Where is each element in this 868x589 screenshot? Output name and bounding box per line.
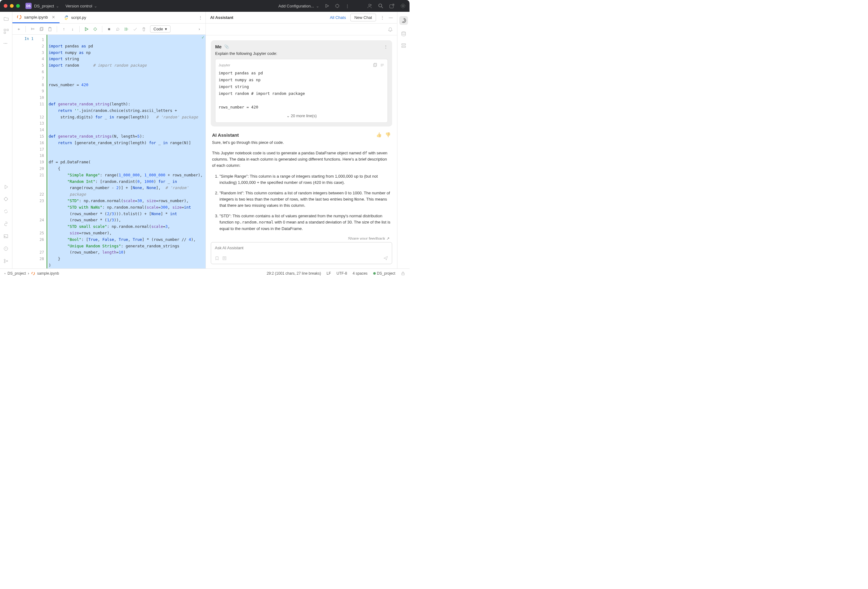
copy-button[interactable]	[37, 25, 45, 33]
more-icon[interactable]: ⋮	[380, 15, 384, 20]
assistant-paragraph: This Jupyter notebook code is used to ge…	[212, 150, 391, 169]
cursor-position[interactable]: 29:2 (1001 chars, 27 line breaks)	[267, 271, 321, 276]
layers-tool-icon[interactable]	[401, 43, 406, 48]
editor-area: sample.ipynb ✕ script.py ⋮ ＋ ✄ ↑ ↓ ■	[12, 12, 206, 269]
search-icon[interactable]	[378, 3, 384, 9]
version-control-menu[interactable]: Version control ⌄	[65, 4, 97, 8]
clear-output-button[interactable]	[131, 25, 139, 33]
more-icon[interactable]: ⋮	[384, 44, 388, 49]
code-with-me-icon[interactable]	[367, 3, 372, 9]
run-all-button[interactable]	[123, 25, 130, 33]
chevron-down-icon: ⌄	[56, 4, 59, 8]
new-chat-button[interactable]: New Chat	[350, 14, 376, 21]
context-icon[interactable]	[222, 256, 227, 260]
bookmark-icon[interactable]	[215, 256, 219, 260]
notebook-toolbar: ＋ ✄ ↑ ↓ ■ Code ▾ ›	[12, 24, 205, 35]
tab-label: script.py	[71, 15, 86, 20]
user-label: Me	[215, 44, 221, 49]
assistant-intro: Sure, let's go through this piece of cod…	[212, 140, 391, 146]
tab-label: sample.ipynb	[24, 15, 48, 19]
terminal-icon[interactable]	[3, 234, 9, 239]
assistant-label: AI Assistant	[212, 132, 239, 138]
send-icon[interactable]	[383, 256, 388, 261]
copy-code-icon[interactable]	[373, 63, 377, 67]
paste-button[interactable]	[46, 25, 54, 33]
move-down-button[interactable]: ↓	[69, 25, 76, 33]
python-console-icon[interactable]	[3, 221, 9, 227]
insert-code-icon[interactable]	[380, 63, 384, 67]
line-separator[interactable]: LF	[327, 271, 331, 276]
restart-button[interactable]	[114, 25, 121, 33]
settings-icon[interactable]	[400, 3, 406, 9]
svg-rect-6	[7, 29, 8, 31]
maximize-window[interactable]	[16, 4, 20, 8]
tab-script-py[interactable]: script.py	[59, 12, 90, 23]
notifications-icon[interactable]	[388, 27, 393, 32]
delete-cell-button[interactable]	[140, 25, 148, 33]
cell-type-selector[interactable]: Code ▾	[150, 25, 170, 32]
user-message: Me 📎 ⋮ Explain the following Jupyter cod…	[211, 40, 392, 127]
indent[interactable]: 4 spaces	[353, 271, 368, 276]
problems-icon[interactable]	[3, 246, 9, 252]
breadcrumb[interactable]: ▫DS_project › sample.ipynb	[4, 271, 59, 276]
database-tool-icon[interactable]	[401, 31, 406, 37]
more-tools-icon[interactable]: ⋯	[3, 41, 9, 46]
project-tool-icon[interactable]	[3, 16, 9, 22]
svg-point-26	[32, 272, 34, 275]
chevron-down-icon: ▾	[165, 27, 167, 31]
git-icon[interactable]	[3, 258, 9, 264]
code-lang-label: Jupyter	[218, 62, 230, 68]
svg-point-1	[369, 4, 371, 6]
services-icon[interactable]	[3, 184, 9, 190]
svg-rect-24	[402, 44, 406, 45]
sync-icon[interactable]	[3, 209, 9, 214]
tab-more-icon[interactable]: ⋮	[198, 15, 202, 20]
ai-panel-title: AI Assistant	[210, 15, 233, 20]
code-editor[interactable]: In 1 1234567891011 12131415161718192021 …	[12, 35, 205, 269]
version-control-label: Version control	[65, 4, 92, 8]
expand-code-link[interactable]: ⌄ 20 more line(s)	[218, 111, 384, 120]
run-icon[interactable]	[325, 4, 329, 8]
add-cell-button[interactable]: ＋	[15, 25, 22, 33]
cut-button[interactable]: ✄	[29, 25, 36, 33]
ai-input-box[interactable]	[211, 242, 392, 264]
debug-cell-button[interactable]	[92, 25, 99, 33]
thumbs-up-icon[interactable]: 👍	[376, 132, 382, 138]
user-prompt-text: Explain the following Jupyter code:	[215, 51, 388, 56]
attachment-icon[interactable]: 📎	[224, 44, 229, 49]
all-chats-link[interactable]: All Chats	[330, 15, 346, 20]
thumbs-down-icon[interactable]: 👎	[385, 132, 391, 138]
ai-input-field[interactable]	[215, 245, 388, 253]
code-lines: import pandas as pdimport numpy as npimp…	[218, 70, 384, 111]
svg-point-14	[17, 15, 21, 19]
run-cell-button[interactable]	[83, 25, 90, 33]
project-selector[interactable]: DS DS_project ⌄	[25, 3, 59, 9]
lock-icon[interactable]	[401, 271, 405, 276]
close-window[interactable]	[4, 4, 7, 8]
run-config-label: Add Configuration...	[278, 4, 314, 8]
share-feedback-link[interactable]: Share your feedback ↗	[212, 236, 391, 240]
move-up-button[interactable]: ↑	[60, 25, 68, 33]
debug-icon[interactable]	[335, 3, 340, 8]
svg-point-2	[379, 4, 382, 7]
run-config-selector[interactable]: Add Configuration... ⌄	[278, 4, 319, 8]
expand-icon[interactable]: ›	[196, 25, 203, 33]
encoding[interactable]: UTF-8	[337, 271, 347, 276]
debug-tool-icon[interactable]	[3, 196, 9, 202]
svg-rect-22	[223, 257, 226, 260]
editor-tabs: sample.ipynb ✕ script.py ⋮	[12, 12, 205, 24]
more-icon[interactable]: ⋮	[345, 4, 349, 8]
svg-rect-21	[374, 63, 376, 66]
minimize-window[interactable]	[10, 4, 14, 8]
structure-tool-icon[interactable]	[3, 28, 9, 34]
list-item: "STD": This column contains a list of va…	[220, 213, 391, 232]
interrupt-button[interactable]: ■	[105, 25, 113, 33]
close-icon[interactable]: ✕	[52, 15, 55, 19]
ai-assistant-tool-icon[interactable]	[399, 16, 408, 25]
updates-icon[interactable]	[389, 3, 395, 9]
minimize-icon[interactable]: —	[389, 15, 393, 20]
line-numbers: 1234567891011 12131415161718192021 2223 …	[37, 35, 46, 269]
code-content[interactable]: ✓import pandas as pd import numpy as np …	[48, 35, 205, 269]
interpreter[interactable]: DS_project	[373, 271, 395, 276]
tab-sample-ipynb[interactable]: sample.ipynb ✕	[12, 12, 59, 23]
